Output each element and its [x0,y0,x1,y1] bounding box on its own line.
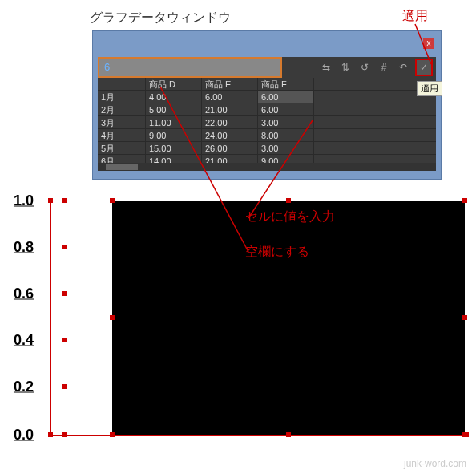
cell[interactable]: 5.00 [146,103,202,115]
apply-tooltip: 適用 [417,81,442,96]
y-tick-label: 0.4 [0,332,34,349]
grid-header-row: 商品 D 商品 E 商品 F [98,78,436,91]
cell[interactable]: 21.00 [202,103,258,115]
window-title-label: グラフデータウィンドウ [90,10,231,26]
cell-style-icon[interactable]: ↺ [357,60,372,75]
axis-handle[interactable] [48,432,53,437]
tick-mark [62,338,67,342]
table-row: 5月 15.00 26.00 3.00 [98,142,436,155]
grid-options-icon[interactable]: # [377,60,391,75]
y-tick-label: 0.8 [0,239,34,256]
graph-data-window: x 6 ⇆ ⇅ ↺ # ↶ ✓ 適用 商品 D 商品 E 商品 F 1月 4.0… [92,30,442,180]
transpose-rowcol-icon[interactable]: ⇆ [319,60,333,75]
table-row: 2月 5.00 21.00 6.00 [98,103,436,116]
y-tick-label: 0.2 [0,379,34,395]
cell[interactable]: 3.00 [258,142,314,154]
y-tick-label: 0.0 [0,427,34,444]
x-axis[interactable] [50,435,466,436]
row-label[interactable]: 2月 [98,103,146,115]
table-row: 1月 4.00 6.00 6.00 [98,91,436,103]
plot-rect[interactable] [112,201,465,435]
cell[interactable]: 24.00 [202,129,258,141]
cell[interactable]: 6.00 [258,103,314,115]
axis-handle[interactable] [464,432,469,437]
selected-cell[interactable]: 6.00 [258,91,314,103]
cell[interactable]: 26.00 [202,142,258,154]
close-button[interactable]: x [423,38,434,49]
table-row: 3月 11.00 22.00 3.00 [98,116,436,129]
axis-handle[interactable] [48,198,53,203]
tick-mark [62,384,67,389]
y-tick-label: 0.6 [0,286,34,302]
cell[interactable]: 11.00 [146,116,202,128]
watermark: junk-word.com [404,458,466,469]
tick-mark [62,245,67,249]
cell[interactable]: 8.00 [258,129,314,141]
cell[interactable]: 9.00 [146,129,202,141]
header-col-d[interactable]: 商品 D [146,78,202,90]
header-col-f[interactable]: 商品 F [258,78,314,90]
revert-icon[interactable]: ↶ [396,60,410,75]
tick-mark [62,291,67,296]
horizontal-scrollbar[interactable] [98,163,436,171]
row-label[interactable]: 4月 [98,129,146,141]
apply-button[interactable]: ✓ [415,59,433,76]
cell-value-input[interactable]: 6 [98,57,282,78]
annotation-blank: 空欄にする [245,244,309,261]
data-grid[interactable]: 商品 D 商品 E 商品 F 1月 4.00 6.00 6.00 2月 5.00… [98,78,436,171]
header-blank [98,78,146,90]
cell[interactable]: 15.00 [146,142,202,154]
cell[interactable]: 3.00 [258,116,314,128]
toolbar: 6 ⇆ ⇅ ↺ # ↶ ✓ [98,57,436,78]
cell[interactable]: 4.00 [146,91,202,103]
table-row: 4月 9.00 24.00 8.00 [98,129,436,142]
tick-mark [62,432,67,437]
annotation-cell-value: セルに値を入力 [245,209,335,225]
y-axis[interactable] [50,201,51,435]
row-label[interactable]: 5月 [98,142,146,154]
row-label[interactable]: 3月 [98,116,146,128]
chart-area: 1.0 0.8 0.6 0.4 0.2 0.0 [8,194,465,443]
toolbar-icons: ⇆ ⇅ ↺ # ↶ ✓ [282,57,436,78]
tick-mark [62,198,67,203]
apply-annotation: 適用 [402,8,428,25]
scrollbar-thumb[interactable] [106,164,138,170]
header-col-e[interactable]: 商品 E [202,78,258,90]
cell[interactable]: 6.00 [202,91,258,103]
cell[interactable]: 22.00 [202,116,258,128]
row-label[interactable]: 1月 [98,91,146,103]
y-tick-label: 1.0 [0,192,34,209]
swap-xy-icon[interactable]: ⇅ [338,60,353,75]
